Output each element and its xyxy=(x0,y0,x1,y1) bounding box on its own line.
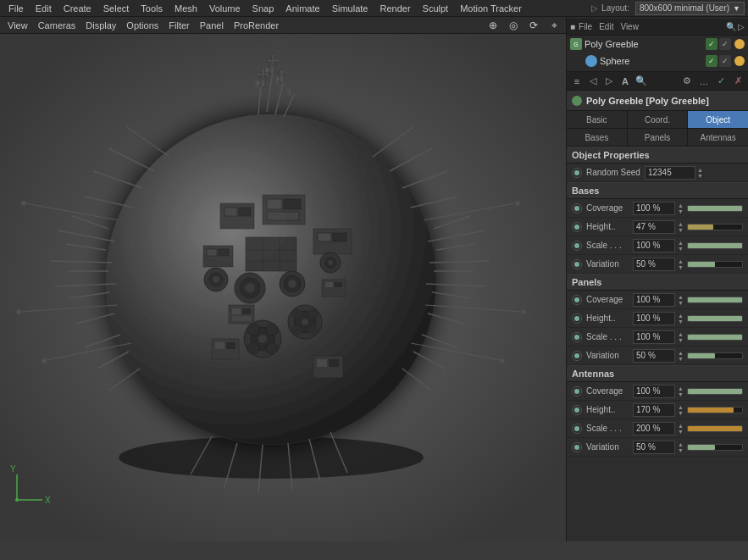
menu-motion-tracker[interactable]: Motion Tracker xyxy=(455,0,527,17)
bases-variation-slider[interactable] xyxy=(687,261,743,268)
bases-coverage-value[interactable]: 100 % xyxy=(633,202,675,215)
panels-variation-slider[interactable] xyxy=(687,352,743,359)
antennas-coverage-radio[interactable] xyxy=(572,386,582,396)
tab-object[interactable]: Object xyxy=(688,111,748,128)
arrow-down[interactable]: ▼ xyxy=(697,173,703,179)
panels-coverage-radio[interactable] xyxy=(572,295,582,305)
props-icon-forward[interactable]: ▷ xyxy=(601,74,617,89)
bases-variation-radio[interactable] xyxy=(572,259,582,269)
tab-basic[interactable]: Basic xyxy=(567,111,628,128)
panels-variation-radio[interactable] xyxy=(572,351,582,361)
antennas-coverage-slider[interactable] xyxy=(687,388,743,395)
vp-menu-cameras[interactable]: Cameras xyxy=(34,20,80,30)
panels-coverage-arrows[interactable]: ▲ ▼ xyxy=(678,294,684,306)
viewport[interactable]: View Cameras Display Options Filter Pane… xyxy=(0,17,566,541)
menu-mesh[interactable]: Mesh xyxy=(169,0,202,17)
random-seed-radio[interactable] xyxy=(572,168,582,178)
tree-ctrl-lock-2[interactable]: ✓ xyxy=(719,55,731,67)
antennas-coverage-value[interactable]: 100 % xyxy=(633,385,675,398)
bases-scale-value[interactable]: 100 % xyxy=(633,239,675,252)
tab-panels[interactable]: Panels xyxy=(628,129,689,146)
tree-item-sphere[interactable]: Sphere ✓ ✓ xyxy=(567,53,748,69)
props-icon-search[interactable]: 🔍 xyxy=(634,74,649,89)
panels-height-radio[interactable] xyxy=(572,313,582,324)
tree-search-icon[interactable]: 🔍 xyxy=(726,22,736,31)
vp-menu-options[interactable]: Options xyxy=(122,20,163,30)
props-icon-settings[interactable]: ⚙ xyxy=(679,74,695,89)
props-icon-menu[interactable]: ≡ xyxy=(569,74,585,89)
bases-variation-value[interactable]: 50 % xyxy=(633,258,675,271)
viewport-3d-content[interactable]: C4DM.com C4DM.com C4DM.com xyxy=(0,34,566,541)
panels-coverage-value[interactable]: 100 % xyxy=(633,293,675,307)
menu-volume[interactable]: Volume xyxy=(204,0,246,17)
panels-variation-value[interactable]: 50 % xyxy=(633,349,675,363)
random-seed-value[interactable]: 12345 xyxy=(645,166,695,180)
antennas-variation-arrows[interactable]: ▲ ▼ xyxy=(678,441,684,453)
bases-coverage-arrows[interactable]: ▲ ▼ xyxy=(678,202,684,214)
antennas-variation-radio[interactable] xyxy=(572,442,582,452)
props-icon-more[interactable]: … xyxy=(696,74,712,89)
tree-color-dot-1[interactable] xyxy=(734,39,745,49)
menu-edit[interactable]: Edit xyxy=(30,0,57,17)
vp-menu-view[interactable]: View xyxy=(3,20,32,30)
tree-ctrl-vis-2[interactable]: ✓ xyxy=(706,55,718,67)
antennas-coverage-arrows[interactable]: ▲ ▼ xyxy=(678,385,684,397)
antennas-height-arrows[interactable]: ▲ ▼ xyxy=(678,404,684,416)
panels-scale-radio[interactable] xyxy=(572,332,582,342)
bases-coverage-slider[interactable] xyxy=(687,205,743,212)
props-icon-close[interactable]: ✗ xyxy=(730,74,745,89)
tree-ctrl-vis-1[interactable]: ✓ xyxy=(706,38,718,50)
panels-scale-value[interactable]: 100 % xyxy=(633,330,675,344)
antennas-scale-radio[interactable] xyxy=(572,424,582,434)
antennas-variation-slider[interactable] xyxy=(687,444,743,451)
panels-height-slider[interactable] xyxy=(687,315,743,322)
bases-scale-slider[interactable] xyxy=(687,242,743,249)
bases-height-value[interactable]: 47 % xyxy=(633,220,675,234)
antennas-scale-value[interactable]: 200 % xyxy=(633,422,675,435)
menu-animate[interactable]: Animate xyxy=(280,0,324,17)
menu-snap[interactable]: Snap xyxy=(247,0,280,17)
panels-height-value[interactable]: 100 % xyxy=(633,312,675,325)
panels-scale-arrows[interactable]: ▲ ▼ xyxy=(678,331,684,343)
antennas-height-slider[interactable] xyxy=(687,407,743,413)
viewport-icon-crosshair[interactable]: ⊕ xyxy=(485,17,501,34)
vp-menu-panel[interactable]: Panel xyxy=(196,20,228,30)
props-icon-text[interactable]: A xyxy=(618,74,633,89)
menu-tools[interactable]: Tools xyxy=(136,0,168,17)
props-icon-check[interactable]: ✓ xyxy=(713,74,729,89)
tree-settings-icon[interactable]: ▷ xyxy=(738,22,745,31)
tree-color-dot-2[interactable] xyxy=(734,56,745,66)
bases-height-radio[interactable] xyxy=(572,222,582,232)
antennas-height-radio[interactable] xyxy=(572,405,582,415)
menu-select[interactable]: Select xyxy=(98,0,135,17)
layout-dropdown[interactable]: 800x600 minimal (User) ▼ xyxy=(635,2,745,15)
antennas-scale-arrows[interactable]: ▲ ▼ xyxy=(678,423,684,435)
random-seed-arrows[interactable]: ▲ ▼ xyxy=(697,167,703,179)
panels-coverage-slider[interactable] xyxy=(687,297,743,303)
bases-height-arrows[interactable]: ▲ ▼ xyxy=(678,221,684,233)
antennas-variation-value[interactable]: 50 % xyxy=(633,441,675,454)
vp-menu-display[interactable]: Display xyxy=(81,20,120,30)
tab-bases[interactable]: Bases xyxy=(567,129,628,146)
tree-item-poly-greeble[interactable]: G Poly Greeble ✓ ✓ xyxy=(567,36,748,53)
antennas-scale-slider[interactable] xyxy=(687,425,743,432)
tree-ctrl-lock-1[interactable]: ✓ xyxy=(719,38,731,50)
bases-height-slider[interactable] xyxy=(687,224,743,230)
arrow-up[interactable]: ▲ xyxy=(697,167,703,173)
bases-coverage-radio[interactable] xyxy=(572,203,582,213)
viewport-icon-refresh[interactable]: ⟳ xyxy=(525,17,542,34)
bases-scale-radio[interactable] xyxy=(572,241,582,251)
menu-file[interactable]: File xyxy=(3,0,29,17)
viewport-icon-target[interactable]: ◎ xyxy=(505,17,522,34)
panels-height-arrows[interactable]: ▲ ▼ xyxy=(678,313,684,324)
vp-menu-prorender[interactable]: ProRender xyxy=(230,20,283,30)
menu-create[interactable]: Create xyxy=(58,0,97,17)
bases-scale-arrows[interactable]: ▲ ▼ xyxy=(678,240,684,252)
viewport-icon-grid[interactable]: ⌖ xyxy=(546,17,562,34)
vp-menu-filter[interactable]: Filter xyxy=(164,20,193,30)
menu-sculpt[interactable]: Sculpt xyxy=(418,0,454,17)
menu-render[interactable]: Render xyxy=(374,0,415,17)
menu-simulate[interactable]: Simulate xyxy=(327,0,374,17)
panels-variation-arrows[interactable]: ▲ ▼ xyxy=(678,350,684,362)
props-icon-back[interactable]: ◁ xyxy=(585,74,601,89)
